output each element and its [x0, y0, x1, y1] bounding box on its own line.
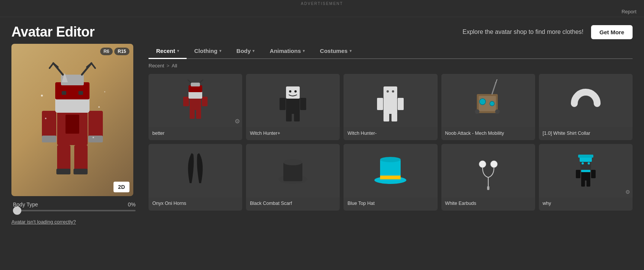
svg-point-24 [93, 137, 94, 138]
explore-text: Explore the avatar shop to find more clo… [462, 29, 583, 35]
svg-point-44 [294, 90, 297, 93]
svg-rect-80 [581, 170, 590, 172]
main-layout: R6 R15 [0, 44, 644, 225]
svg-rect-46 [377, 98, 383, 110]
svg-point-23 [98, 106, 100, 108]
svg-rect-73 [576, 170, 580, 178]
item-card-onyx-horns[interactable]: Onyx Oni Horns [149, 144, 242, 210]
2d-toggle-button[interactable]: 2D [113, 182, 129, 192]
chevron-down-icon: ▾ [177, 49, 179, 53]
avatar-figure [34, 61, 110, 185]
item-card-noob-attack[interactable]: Noob Attack - Mech Mobility [441, 74, 535, 140]
breadcrumb-current: All [172, 63, 177, 69]
item-label-why: why [539, 197, 633, 210]
svg-rect-48 [384, 113, 389, 121]
tab-animations[interactable]: Animations ▾ [262, 44, 312, 59]
item-card-why[interactable]: ⚙ why [539, 144, 633, 210]
svg-point-69 [491, 161, 497, 168]
badge-r6[interactable]: R6 [100, 48, 113, 55]
svg-rect-29 [202, 97, 208, 106]
badge-r15[interactable]: R15 [114, 48, 129, 55]
ad-label: ADVERTISEMENT [0, 0, 644, 6]
item-image-witch-hunter-plus [246, 74, 340, 127]
chevron-down-icon: ▾ [219, 49, 221, 53]
svg-point-25 [41, 95, 43, 97]
svg-point-63 [283, 159, 302, 165]
svg-rect-71 [487, 186, 489, 190]
items-grid: ⚙ better [149, 74, 633, 211]
svg-rect-18 [42, 136, 56, 142]
svg-rect-50 [384, 86, 397, 99]
svg-point-43 [289, 90, 291, 93]
item-image-white-earbuds [441, 144, 535, 197]
svg-rect-31 [196, 109, 201, 119]
svg-rect-34 [191, 83, 200, 86]
tabs-bar: Recent ▾ Clothing ▾ Body ▾ Animations ▾ … [149, 44, 633, 59]
item-label-better: better [149, 127, 242, 140]
svg-rect-21 [74, 169, 88, 174]
svg-line-36 [200, 80, 204, 83]
get-more-button[interactable]: Get More [591, 25, 633, 39]
svg-rect-1 [42, 111, 56, 137]
svg-point-82 [588, 162, 590, 165]
tab-clothing[interactable]: Clothing ▾ [187, 44, 229, 59]
item-card-witch-hunter-plus[interactable]: Witch Hunter+ [246, 74, 340, 140]
svg-rect-42 [286, 86, 300, 99]
svg-rect-15 [62, 91, 66, 95]
svg-rect-30 [190, 109, 195, 119]
header-area: Avatar Editor Explore the avatar shop to… [0, 17, 644, 44]
body-type-value: 0% [128, 201, 136, 208]
item-label-witch-hunter-plus: Witch Hunter+ [246, 127, 340, 140]
chevron-down-icon: ▾ [252, 49, 254, 53]
slider-thumb[interactable] [13, 206, 21, 215]
item-image-onyx-horns [149, 144, 242, 197]
breadcrumb-parent[interactable]: Recent [149, 63, 164, 69]
item-card-blue-top-hat[interactable]: Blue Top Hat [344, 144, 437, 210]
avatar-badges: R6 R15 [100, 48, 129, 55]
svg-point-68 [479, 161, 486, 168]
svg-rect-4 [74, 145, 88, 172]
svg-rect-40 [286, 113, 292, 121]
svg-rect-39 [300, 98, 306, 110]
svg-rect-2 [88, 111, 103, 137]
tab-costumes[interactable]: Costumes ▾ [312, 44, 359, 59]
svg-line-57 [492, 83, 496, 94]
svg-rect-37 [286, 98, 300, 114]
svg-point-26 [104, 91, 105, 93]
svg-line-35 [187, 80, 191, 83]
avatar-loading-link[interactable]: Avatar isn't loading correctly? [11, 219, 137, 225]
body-type-header: Body Type 0% [13, 201, 136, 208]
svg-rect-74 [591, 170, 596, 178]
gear-icon: ⚙ [235, 118, 240, 125]
svg-rect-19 [88, 136, 103, 142]
tab-body[interactable]: Body ▾ [229, 44, 262, 59]
item-label-blue-top-hat: Blue Top Hat [344, 197, 437, 210]
avatar-preview: R6 R15 [11, 44, 133, 196]
item-label-witch-hunter-minus: Witch Hunter- [344, 127, 437, 140]
chevron-down-icon: ▾ [303, 49, 305, 53]
items-panel: Recent ▾ Clothing ▾ Body ▾ Animations ▾ … [137, 44, 633, 225]
svg-point-51 [387, 90, 389, 93]
item-image-white-collar [539, 74, 633, 127]
breadcrumb: Recent > All [149, 63, 633, 69]
report-link[interactable]: Report [622, 9, 636, 14]
item-card-witch-hunter-minus[interactable]: Witch Hunter- [344, 74, 437, 140]
body-type-slider[interactable] [13, 210, 136, 211]
item-card-black-scarf[interactable]: Black Combat Scarf [246, 144, 340, 210]
svg-line-58 [496, 80, 497, 83]
body-type-section: Body Type 0% [11, 201, 137, 211]
item-image-blue-top-hat [344, 144, 437, 197]
svg-rect-17 [66, 115, 79, 134]
item-card-white-earbuds[interactable]: White Earbuds [441, 144, 535, 210]
item-image-noob-attack [441, 74, 535, 127]
tab-recent[interactable]: Recent ▾ [149, 44, 187, 59]
svg-rect-28 [183, 97, 189, 106]
svg-point-22 [45, 118, 46, 119]
svg-rect-49 [392, 113, 397, 121]
item-label-onyx-horns: Onyx Oni Horns [149, 197, 242, 210]
svg-rect-16 [78, 91, 83, 95]
svg-point-56 [490, 101, 494, 106]
item-image-black-scarf [246, 144, 340, 197]
item-card-better[interactable]: ⚙ better [149, 74, 242, 140]
item-card-white-collar[interactable]: [1.0] White Shirt Collar [539, 74, 633, 140]
